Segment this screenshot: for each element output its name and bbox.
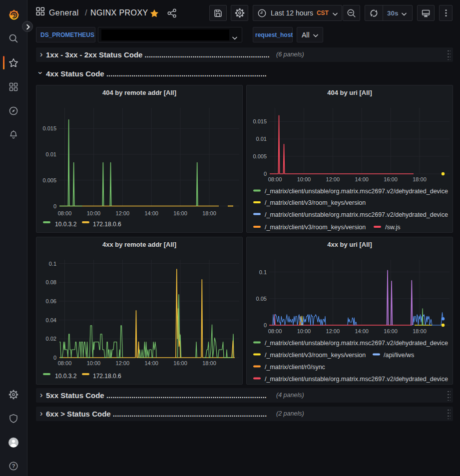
svg-text:08:00: 08:00 (58, 210, 72, 216)
svg-text:0.015: 0.015 (253, 118, 267, 124)
svg-text:172.18.0.6: 172.18.0.6 (93, 373, 121, 380)
svg-text:0.04: 0.04 (46, 317, 56, 323)
svg-text:0.01: 0.01 (46, 151, 56, 157)
svg-text:10:00: 10:00 (297, 328, 311, 334)
svg-text:12:00: 12:00 (116, 360, 130, 366)
svg-text:08:00: 08:00 (268, 328, 282, 334)
svg-text:0: 0 (53, 203, 56, 209)
svg-text:0: 0 (264, 322, 267, 328)
svg-text:/_matrix/client/unstable/org.m: /_matrix/client/unstable/org.matrix.msc2… (265, 340, 448, 347)
svg-text:0: 0 (53, 355, 56, 361)
svg-text:18:00: 18:00 (413, 176, 427, 182)
svg-text:18:00: 18:00 (202, 360, 216, 366)
svg-text:14:00: 14:00 (355, 328, 369, 334)
svg-text:/_matrix/client/v3/room_keys/v: /_matrix/client/v3/room_keys/version (265, 352, 366, 359)
svg-text:10:00: 10:00 (87, 210, 101, 216)
svg-text:10:00: 10:00 (87, 360, 101, 366)
svg-text:?: ? (12, 463, 15, 469)
svg-text:/_matrix/client/unstable/org.m: /_matrix/client/unstable/org.matrix.msc2… (265, 211, 448, 218)
svg-text:14:00: 14:00 (355, 176, 369, 182)
svg-text:0.1: 0.1 (49, 261, 56, 267)
svg-text:/_matrix/client/v3/room_keys/v: /_matrix/client/v3/room_keys/version (265, 199, 366, 206)
svg-text:12:00: 12:00 (326, 176, 340, 182)
svg-text:18:00: 18:00 (202, 210, 216, 216)
svg-text:0.08: 0.08 (46, 279, 56, 285)
svg-text:0.01: 0.01 (256, 136, 267, 142)
svg-text:16:00: 16:00 (173, 210, 187, 216)
svg-text:14:00: 14:00 (144, 210, 158, 216)
svg-text:08:00: 08:00 (58, 360, 72, 366)
svg-text:0.1: 0.1 (259, 269, 267, 275)
svg-text:12:00: 12:00 (326, 328, 340, 334)
svg-text:18:00: 18:00 (413, 328, 427, 334)
svg-text:0.015: 0.015 (42, 125, 56, 131)
svg-text:0.005: 0.005 (253, 153, 267, 159)
svg-text:10:00: 10:00 (297, 176, 311, 182)
svg-text:08:00: 08:00 (268, 176, 282, 182)
svg-text:14:00: 14:00 (144, 360, 158, 366)
svg-text:0.05: 0.05 (256, 296, 267, 302)
svg-text:/sw.js: /sw.js (385, 224, 401, 231)
svg-text:16:00: 16:00 (173, 360, 187, 366)
svg-text:0.005: 0.005 (42, 177, 56, 183)
svg-text:/_matrix/client/unstable/org.m: /_matrix/client/unstable/org.matrix.msc2… (265, 376, 448, 383)
svg-text:16:00: 16:00 (384, 176, 398, 182)
svg-text:0: 0 (264, 171, 267, 177)
svg-text:/_matrix/client/r0/sync: /_matrix/client/r0/sync (265, 364, 325, 371)
svg-text:12:00: 12:00 (116, 210, 130, 216)
svg-text:10.0.3.2: 10.0.3.2 (55, 221, 77, 228)
svg-text:16:00: 16:00 (384, 328, 398, 334)
svg-text:172.18.0.6: 172.18.0.6 (93, 221, 121, 228)
svg-text:/api/live/ws: /api/live/ws (384, 352, 414, 359)
svg-text:0.06: 0.06 (46, 298, 56, 304)
svg-text:10.0.3.2: 10.0.3.2 (55, 373, 77, 380)
svg-text:/_matrix/client/v3/room_keys/v: /_matrix/client/v3/room_keys/version (265, 224, 366, 231)
svg-text:/_matrix/client/unstable/org.m: /_matrix/client/unstable/org.matrix.msc2… (265, 188, 448, 195)
svg-text:0.02: 0.02 (46, 336, 56, 342)
